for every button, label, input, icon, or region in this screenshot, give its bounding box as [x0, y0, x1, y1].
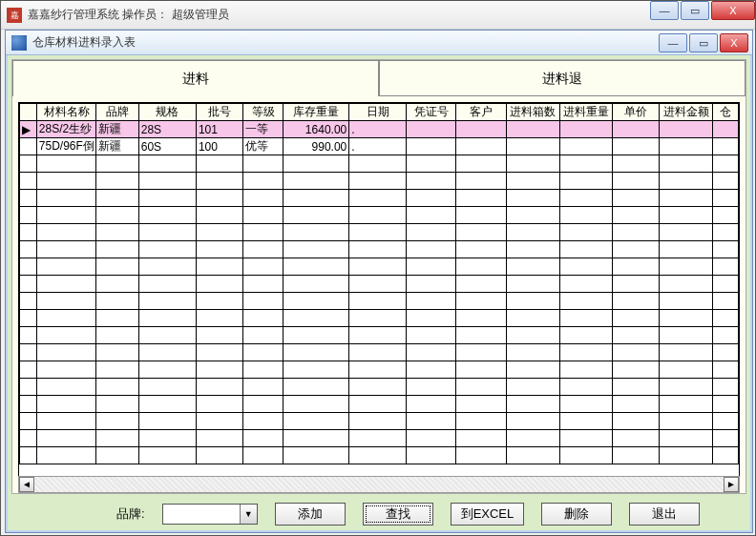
- grid-cell[interactable]: [242, 207, 283, 224]
- grid-cell[interactable]: [36, 155, 95, 173]
- grid-cell[interactable]: [36, 293, 95, 310]
- grid-cell[interactable]: [455, 293, 506, 310]
- grid-cell[interactable]: [138, 310, 196, 327]
- grid-cell[interactable]: 一等: [242, 121, 283, 138]
- grid-cell[interactable]: [196, 173, 242, 190]
- table-row[interactable]: [20, 379, 739, 396]
- table-row[interactable]: [20, 173, 739, 190]
- table-row[interactable]: [20, 396, 739, 413]
- grid-header-cell[interactable]: 批号: [196, 104, 242, 121]
- grid-cell[interactable]: [242, 361, 283, 379]
- grid-cell[interactable]: [713, 190, 739, 207]
- inner-maximize-button[interactable]: ▭: [689, 33, 718, 52]
- grid-cell[interactable]: [713, 258, 739, 276]
- grid-cell[interactable]: [559, 379, 613, 396]
- grid-cell[interactable]: .: [349, 138, 407, 155]
- grid-cell[interactable]: [559, 344, 613, 361]
- grid-cell[interactable]: [407, 173, 455, 190]
- grid-header-cell[interactable]: 品牌: [96, 104, 139, 121]
- grid-cell[interactable]: [242, 224, 283, 241]
- grid-cell[interactable]: [138, 327, 196, 344]
- tab-incoming[interactable]: 进料: [12, 60, 379, 96]
- grid-cell[interactable]: [713, 207, 739, 224]
- table-row[interactable]: [20, 207, 739, 224]
- grid-cell[interactable]: [613, 310, 660, 327]
- search-button[interactable]: 查找: [363, 503, 433, 526]
- grid-cell[interactable]: [455, 258, 506, 276]
- grid-cell[interactable]: [660, 258, 713, 276]
- grid-cell[interactable]: [507, 293, 560, 310]
- grid-cell[interactable]: [138, 396, 196, 413]
- grid-cell[interactable]: [36, 173, 95, 190]
- grid-cell[interactable]: [407, 413, 455, 430]
- grid-cell[interactable]: [660, 379, 713, 396]
- grid-cell[interactable]: [36, 396, 95, 413]
- grid-cell[interactable]: [713, 293, 739, 310]
- grid-cell[interactable]: [407, 327, 455, 344]
- grid-cell[interactable]: [713, 224, 739, 241]
- grid-cell[interactable]: [196, 310, 242, 327]
- grid-cell[interactable]: [138, 447, 196, 464]
- grid-cell[interactable]: 1640.00: [284, 121, 349, 138]
- chevron-down-icon[interactable]: ▼: [240, 505, 257, 524]
- grid-cell[interactable]: [713, 447, 739, 464]
- grid-cell[interactable]: [138, 276, 196, 293]
- grid-cell[interactable]: [138, 173, 196, 190]
- grid-cell[interactable]: [613, 224, 660, 241]
- grid-cell[interactable]: [138, 258, 196, 276]
- grid-cell[interactable]: [36, 361, 95, 379]
- grid-header-cell[interactable]: 单价: [613, 104, 660, 121]
- grid-cell[interactable]: [196, 379, 242, 396]
- inner-close-button[interactable]: X: [720, 33, 748, 52]
- grid-cell[interactable]: [407, 155, 455, 173]
- grid-cell[interactable]: [507, 121, 560, 138]
- grid-cell[interactable]: [455, 430, 506, 447]
- grid-cell[interactable]: [196, 361, 242, 379]
- grid-cell[interactable]: [660, 396, 713, 413]
- grid-cell[interactable]: [138, 344, 196, 361]
- grid-cell[interactable]: [660, 413, 713, 430]
- scroll-left-icon[interactable]: ◄: [19, 477, 34, 492]
- grid-cell[interactable]: [242, 413, 283, 430]
- grid-cell[interactable]: [613, 155, 660, 173]
- grid-header-cell[interactable]: 库存重量: [284, 104, 349, 121]
- grid-cell[interactable]: .: [349, 121, 407, 138]
- grid-cell[interactable]: [660, 327, 713, 344]
- grid-cell[interactable]: [284, 155, 349, 173]
- grid-cell[interactable]: [349, 241, 407, 258]
- grid-cell[interactable]: [613, 379, 660, 396]
- grid-cell[interactable]: [349, 413, 407, 430]
- grid-cell[interactable]: [559, 396, 613, 413]
- grid-cell[interactable]: [96, 413, 139, 430]
- grid-cell[interactable]: [196, 224, 242, 241]
- grid-cell[interactable]: [196, 327, 242, 344]
- grid-cell[interactable]: [138, 361, 196, 379]
- grid-cell[interactable]: [196, 276, 242, 293]
- grid-cell[interactable]: [349, 327, 407, 344]
- grid-cell[interactable]: [559, 310, 613, 327]
- grid-cell[interactable]: 990.00: [284, 138, 349, 155]
- grid-cell[interactable]: [284, 258, 349, 276]
- grid-cell[interactable]: [36, 207, 95, 224]
- grid-cell[interactable]: [349, 379, 407, 396]
- grid-cell[interactable]: [507, 344, 560, 361]
- grid-cell[interactable]: [138, 207, 196, 224]
- grid-cell[interactable]: [455, 207, 506, 224]
- grid-cell[interactable]: [660, 344, 713, 361]
- table-row[interactable]: [20, 344, 739, 361]
- grid-cell[interactable]: [613, 396, 660, 413]
- grid-cell[interactable]: [455, 224, 506, 241]
- grid-cell[interactable]: [138, 241, 196, 258]
- data-grid[interactable]: 材料名称品牌规格批号等级库存重量日期凭证号客户进料箱数进料重量单价进料金额仓 ▶…: [19, 103, 739, 464]
- grid-cell[interactable]: [507, 173, 560, 190]
- grid-cell[interactable]: [507, 276, 560, 293]
- grid-header-cell[interactable]: 进料重量: [559, 104, 613, 121]
- grid-cell[interactable]: [96, 224, 139, 241]
- grid-cell[interactable]: [349, 155, 407, 173]
- grid-cell[interactable]: [242, 447, 283, 464]
- table-row[interactable]: [20, 241, 739, 258]
- table-row[interactable]: [20, 413, 739, 430]
- grid-cell[interactable]: [96, 207, 139, 224]
- grid-cell[interactable]: [455, 155, 506, 173]
- grid-cell[interactable]: [455, 310, 506, 327]
